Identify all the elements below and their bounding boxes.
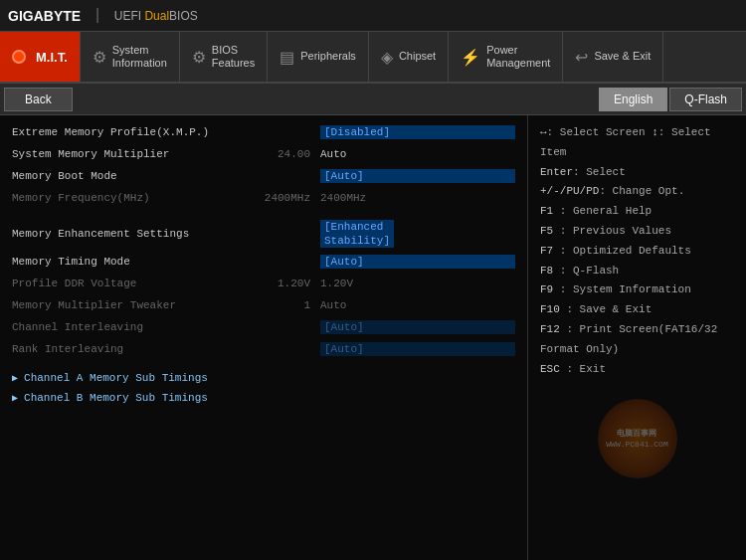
toolbar: Back English Q-Flash bbox=[0, 84, 746, 115]
table-row: Memory Frequency(MHz) 2400MHz 2400MHz bbox=[0, 187, 527, 209]
tab-save-exit[interactable]: ↩ Save & Exit bbox=[563, 32, 663, 82]
top-bar: GIGABYTE | UEFI DualBIOS bbox=[0, 0, 746, 32]
settings-table: Extreme Memory Profile(X.M.P.) [Disabled… bbox=[0, 121, 527, 408]
setting-value: [Auto] bbox=[320, 320, 515, 334]
setting-label: System Memory Multiplier bbox=[12, 148, 241, 160]
tab-peripherals-label: Peripherals bbox=[300, 50, 356, 63]
help-key: F1 bbox=[540, 205, 553, 217]
tab-power-line2: Management bbox=[486, 57, 550, 70]
table-row[interactable]: System Memory Multiplier 24.00 Auto bbox=[0, 143, 527, 165]
chevron-right-icon: ▶ bbox=[12, 372, 18, 384]
setting-default: 24.00 bbox=[241, 148, 320, 160]
setting-value: Auto bbox=[320, 148, 515, 160]
tab-chipset[interactable]: ◈ Chipset bbox=[369, 32, 449, 82]
help-key: F12 bbox=[540, 323, 560, 335]
setting-label: Memory Frequency(MHz) bbox=[12, 192, 241, 204]
setting-value: [Auto] bbox=[320, 169, 515, 183]
system-info-icon: ⚙ bbox=[93, 48, 106, 67]
submenu-label: Channel A Memory Sub Timings bbox=[24, 372, 208, 384]
setting-value: [Auto] bbox=[320, 255, 515, 269]
help-key: ESC bbox=[540, 363, 560, 375]
help-key: ↔ bbox=[540, 126, 547, 138]
table-row[interactable]: Memory Timing Mode [Auto] bbox=[0, 251, 527, 273]
tab-chipset-label: Chipset bbox=[399, 50, 436, 63]
tab-save-label: Save & Exit bbox=[594, 50, 651, 63]
help-key: F5 bbox=[540, 225, 553, 237]
table-row: Profile DDR Voltage 1.20V 1.20V bbox=[0, 273, 527, 294]
tab-system-info-line1: System bbox=[112, 44, 167, 57]
help-key: Enter bbox=[540, 166, 573, 178]
table-row: Memory Multiplier Tweaker 1 Auto bbox=[0, 294, 527, 316]
qflash-button[interactable]: Q-Flash bbox=[669, 88, 742, 111]
tab-bios-features[interactable]: ⚙ BIOS Features bbox=[180, 32, 268, 82]
setting-label: Memory Multiplier Tweaker bbox=[12, 299, 241, 311]
chevron-right-icon: ▶ bbox=[12, 392, 18, 404]
main-content: Extreme Memory Profile(X.M.P.) [Disabled… bbox=[0, 115, 746, 560]
watermark: 电脑百事网 WWW.PC841.COM bbox=[540, 399, 734, 483]
tab-system-info-line2: Information bbox=[112, 57, 167, 70]
setting-value-multiline: [Enhanced Stability] bbox=[320, 220, 394, 248]
mit-icon bbox=[12, 50, 26, 64]
submenu-label: Channel B Memory Sub Timings bbox=[24, 392, 208, 404]
setting-default: 2400MHz bbox=[241, 192, 320, 204]
back-button[interactable]: Back bbox=[4, 88, 73, 111]
peripherals-icon: ▤ bbox=[280, 48, 294, 67]
table-row: Rank Interleaving [Auto] bbox=[0, 338, 527, 360]
table-row: Channel Interleaving [Auto] bbox=[0, 316, 527, 338]
language-button[interactable]: English bbox=[599, 88, 667, 111]
setting-label: Memory Boot Mode bbox=[12, 170, 241, 182]
help-key: F10 bbox=[540, 303, 560, 315]
tab-bios-line2: Features bbox=[212, 57, 255, 70]
setting-label: Memory Timing Mode bbox=[12, 256, 241, 268]
setting-label: Memory Enhancement Settings bbox=[12, 228, 241, 240]
setting-value: [Auto] bbox=[320, 342, 515, 356]
help-key: F7 bbox=[540, 245, 553, 257]
setting-value: 1.20V bbox=[320, 278, 515, 289]
uefi-label: UEFI DualBIOS bbox=[114, 9, 198, 23]
chipset-icon: ◈ bbox=[381, 48, 393, 67]
tab-mit-label: M.I.T. bbox=[36, 50, 68, 65]
toolbar-right: English Q-Flash bbox=[599, 88, 742, 111]
help-text: ↔: Select Screen ↕: Select Item Enter: S… bbox=[540, 123, 734, 379]
nav-tabs: M.I.T. ⚙ System Information ⚙ BIOS Featu… bbox=[0, 32, 746, 84]
table-row[interactable]: Extreme Memory Profile(X.M.P.) [Disabled… bbox=[0, 121, 527, 143]
settings-panel: Extreme Memory Profile(X.M.P.) [Disabled… bbox=[0, 115, 527, 560]
bios-icon: ⚙ bbox=[192, 48, 206, 67]
setting-label: Channel Interleaving bbox=[12, 321, 241, 333]
table-row[interactable]: Memory Enhancement Settings [Enhanced St… bbox=[0, 217, 527, 251]
tab-bios-line1: BIOS bbox=[212, 44, 255, 57]
help-key: F9 bbox=[540, 283, 553, 295]
setting-value: Auto bbox=[320, 299, 515, 311]
submenu-channel-b[interactable]: ▶ Channel B Memory Sub Timings bbox=[0, 388, 527, 408]
setting-default: 1 bbox=[241, 299, 320, 311]
tab-power-line1: Power bbox=[486, 44, 550, 57]
save-icon: ↩ bbox=[575, 48, 588, 67]
setting-label: Rank Interleaving bbox=[12, 343, 241, 355]
setting-default: 1.20V bbox=[241, 278, 320, 289]
tab-peripherals[interactable]: ▤ Peripherals bbox=[268, 32, 369, 82]
help-key: +/-/PU/PD bbox=[540, 185, 599, 197]
table-row[interactable]: Memory Boot Mode [Auto] bbox=[0, 165, 527, 187]
submenu-channel-a[interactable]: ▶ Channel A Memory Sub Timings bbox=[0, 368, 527, 388]
tab-mit[interactable]: M.I.T. bbox=[0, 32, 81, 82]
help-panel: ↔: Select Screen ↕: Select Item Enter: S… bbox=[527, 115, 746, 560]
setting-label: Extreme Memory Profile(X.M.P.) bbox=[12, 126, 241, 138]
tab-power-management[interactable]: ⚡ Power Management bbox=[449, 32, 563, 82]
separator: | bbox=[93, 7, 102, 25]
tab-system-information[interactable]: ⚙ System Information bbox=[81, 32, 180, 82]
brand-logo: GIGABYTE bbox=[8, 8, 81, 24]
power-icon: ⚡ bbox=[461, 48, 480, 67]
help-key: F8 bbox=[540, 265, 553, 277]
setting-value: 2400MHz bbox=[320, 192, 515, 204]
setting-label: Profile DDR Voltage bbox=[12, 278, 241, 289]
setting-value: [Disabled] bbox=[320, 125, 515, 139]
